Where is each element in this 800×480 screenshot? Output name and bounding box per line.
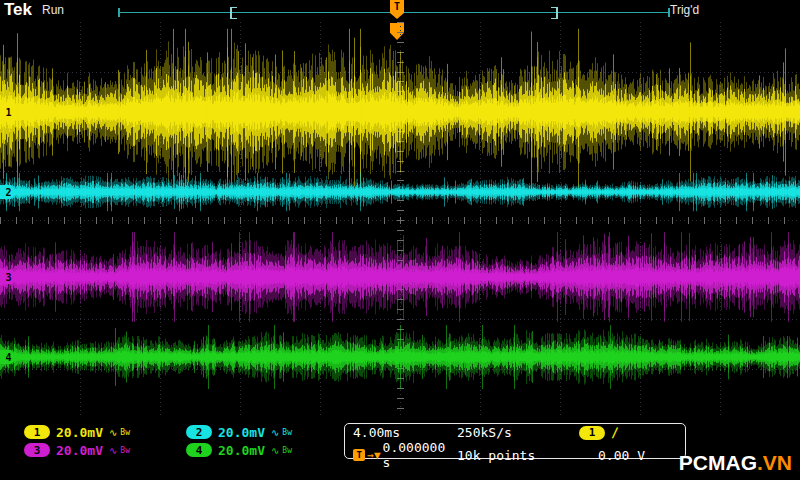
timebase-trigger-box: 4.00ms 250kS/s 1 ∕ T →▼ 0.000000 s 10k p… — [344, 423, 686, 459]
oscilloscope-screen: Tek Run Trig'd T 1 2 3 4 1 20.0mV ∿ Bw 2… — [0, 0, 800, 480]
watermark-primary: PCMAG — [679, 451, 757, 474]
channel-4-icons: ∿ Bw — [271, 445, 292, 456]
channel-1-scale: 20.0mV — [56, 425, 103, 440]
coupling-icon: ∿ — [109, 427, 117, 438]
sample-rate: 250kS/s — [457, 425, 579, 440]
channel-3-readout: 3 20.0mV ∿ Bw — [24, 442, 130, 458]
channel-1-readout: 1 20.0mV ∿ Bw — [24, 424, 130, 440]
bandwidth-icon: Bw — [120, 446, 130, 455]
bandwidth-icon: Bw — [282, 446, 292, 455]
window-bracket-right — [551, 7, 558, 19]
window-bracket-left — [230, 7, 237, 19]
bandwidth-icon: Bw — [282, 428, 292, 437]
watermark-secondary: .VN — [757, 451, 792, 474]
coupling-icon: ∿ — [109, 445, 117, 456]
channel-2-readout: 2 20.0mV ∿ Bw — [186, 424, 292, 440]
trigger-time-arrows-icon: →▼ — [367, 449, 380, 462]
trigger-source: 1 ∕ — [579, 425, 677, 440]
trigger-time: T →▼ 0.000000 s — [353, 440, 457, 470]
trigger-time-value: 0.000000 s — [383, 440, 457, 470]
trigger-slope-icon: ∕ — [611, 425, 619, 440]
channel-2-badge: 2 — [186, 425, 212, 439]
channel-2-icons: ∿ Bw — [271, 427, 292, 438]
channel-4-scale: 20.0mV — [218, 443, 265, 458]
timebase-scale: 4.00ms — [353, 425, 457, 440]
channel-3-scale: 20.0mV — [56, 443, 103, 458]
trigger-status: Trig'd — [670, 3, 699, 17]
channel-4-readout: 4 20.0mV ∿ Bw — [186, 442, 292, 458]
channel-3-badge: 3 — [24, 443, 50, 457]
waveform-display — [0, 22, 800, 418]
coupling-icon: ∿ — [271, 427, 279, 438]
record-end-tick — [668, 8, 670, 17]
record-start-tick — [118, 8, 120, 17]
channel-1-badge: 1 — [24, 425, 50, 439]
coupling-icon: ∿ — [271, 445, 279, 456]
channel-4-badge: 4 — [186, 443, 212, 457]
trigger-position-arrow-icon — [390, 13, 404, 19]
trigger-position-marker: T — [390, 0, 404, 13]
trigger-source-badge: 1 — [579, 426, 605, 440]
record-length: 10k points — [457, 448, 579, 463]
trigger-time-icon: T — [353, 449, 365, 461]
channel-2-scale: 20.0mV — [218, 425, 265, 440]
acquisition-state: Run — [42, 3, 64, 17]
trigger-level: 0.00 V — [598, 448, 677, 463]
bandwidth-icon: Bw — [120, 428, 130, 437]
channel-3-icons: ∿ Bw — [109, 445, 130, 456]
channel-1-icons: ∿ Bw — [109, 427, 130, 438]
tek-logo: Tek — [4, 0, 32, 20]
watermark: PCMAG.VN — [679, 451, 792, 475]
